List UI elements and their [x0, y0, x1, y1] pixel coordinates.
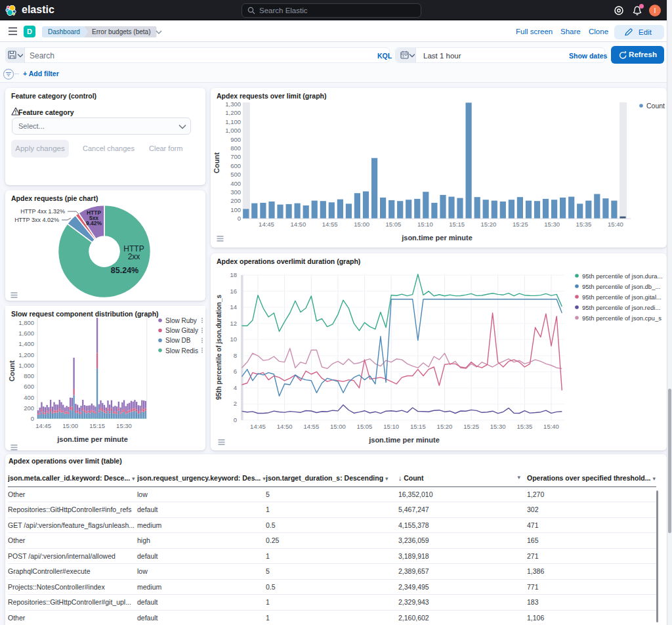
svg-text:18: 18 — [230, 271, 237, 278]
svg-text:Slow Redis: Slow Redis — [165, 347, 198, 355]
svg-text:json.time per minute: json.time per minute — [56, 435, 128, 443]
svg-text:100: 100 — [230, 206, 241, 213]
svg-text:1,800: 1,800 — [18, 319, 34, 326]
svg-text:95th percentile of json.dura..: 95th percentile of json.dura... — [582, 272, 663, 280]
svg-text:15:30: 15:30 — [116, 422, 132, 429]
svg-text:Count: Count — [213, 152, 220, 173]
svg-text:2xx: 2xx — [128, 252, 140, 261]
svg-text:15:25: 15:25 — [463, 423, 479, 430]
svg-text:15:00: 15:00 — [354, 221, 369, 228]
svg-text:500: 500 — [230, 171, 241, 178]
svg-text:800: 800 — [230, 144, 241, 152]
svg-text:15:15: 15:15 — [410, 423, 426, 430]
svg-text:14:45: 14:45 — [35, 422, 51, 429]
svg-text:15:15: 15:15 — [89, 422, 105, 429]
svg-text:1,000: 1,000 — [225, 127, 241, 134]
svg-text:400: 400 — [230, 180, 241, 187]
svg-text:95th percentile of json.db_...: 95th percentile of json.db_... — [582, 283, 660, 290]
svg-text:14:50: 14:50 — [277, 423, 293, 430]
svg-text:json.time per minute: json.time per minute — [368, 436, 440, 444]
svg-text:12: 12 — [230, 320, 237, 327]
svg-text:Count: Count — [8, 360, 16, 381]
svg-text:85.24%: 85.24% — [111, 266, 138, 275]
svg-text:700: 700 — [230, 153, 241, 160]
svg-text:9.42%: 9.42% — [86, 220, 102, 226]
svg-text:0: 0 — [234, 416, 237, 423]
svg-text:14:55: 14:55 — [303, 423, 319, 430]
svg-text:json.time per minute: json.time per minute — [401, 234, 472, 242]
svg-text:1,600: 1,600 — [18, 330, 34, 337]
svg-text:95th percentile of json.cpu_s: 95th percentile of json.cpu_s — [582, 314, 662, 322]
svg-text:15:00: 15:00 — [330, 423, 346, 430]
svg-text:6: 6 — [234, 368, 237, 375]
svg-text:HTTP 3xx 4.02%: HTTP 3xx 4.02% — [14, 217, 59, 223]
svg-text:15:40: 15:40 — [608, 221, 623, 228]
svg-text:4: 4 — [234, 384, 237, 391]
svg-text:16: 16 — [230, 288, 237, 295]
svg-text:HTTP 4xx 1.32%: HTTP 4xx 1.32% — [20, 208, 65, 215]
svg-text:0: 0 — [238, 215, 241, 222]
svg-text:15:35: 15:35 — [576, 221, 592, 228]
svg-text:200: 200 — [24, 404, 34, 412]
svg-text:8: 8 — [234, 352, 237, 359]
svg-text:14: 14 — [230, 303, 237, 311]
svg-text:15:10: 15:10 — [383, 423, 399, 430]
svg-text:15:05: 15:05 — [357, 423, 373, 430]
svg-text:Count: Count — [646, 102, 665, 110]
svg-text:15:20: 15:20 — [481, 221, 497, 228]
svg-text:95th percentile of json.gital.: 95th percentile of json.gital... — [582, 293, 662, 301]
svg-text:300: 300 — [230, 188, 241, 196]
svg-text:600: 600 — [24, 383, 34, 390]
svg-text:95th percentile of json.durati: 95th percentile of json.duration_s — [215, 295, 222, 400]
svg-text:0: 0 — [31, 415, 34, 422]
svg-text:1,200: 1,200 — [18, 351, 34, 358]
svg-text:10: 10 — [230, 335, 237, 343]
svg-text:15:25: 15:25 — [513, 221, 528, 228]
svg-text:15:40: 15:40 — [543, 423, 559, 430]
svg-text:15:35: 15:35 — [517, 423, 533, 430]
svg-text:1,400: 1,400 — [18, 340, 34, 347]
svg-text:14:45: 14:45 — [259, 221, 274, 228]
svg-text:1,000: 1,000 — [18, 362, 34, 369]
svg-text:15:20: 15:20 — [437, 423, 453, 430]
svg-text:14:55: 14:55 — [322, 221, 338, 228]
svg-text:15:05: 15:05 — [386, 221, 402, 228]
svg-text:95th percentile of json.redi..: 95th percentile of json.redi... — [582, 304, 660, 311]
svg-text:1,100: 1,100 — [225, 118, 241, 125]
svg-text:200: 200 — [230, 197, 241, 204]
svg-text:900: 900 — [230, 136, 241, 143]
svg-text:800: 800 — [24, 372, 34, 379]
svg-text:Slow Ruby: Slow Ruby — [165, 317, 197, 324]
svg-text:15:15: 15:15 — [449, 221, 465, 228]
svg-text:1,200: 1,200 — [225, 109, 241, 116]
svg-text:400: 400 — [24, 394, 34, 401]
svg-text:2: 2 — [234, 400, 237, 407]
svg-text:14:45: 14:45 — [250, 423, 266, 430]
svg-text:1,300: 1,300 — [225, 100, 241, 108]
svg-text:15:30: 15:30 — [490, 423, 506, 430]
svg-text:15:00: 15:00 — [62, 422, 78, 429]
svg-text:14:50: 14:50 — [290, 221, 306, 228]
svg-text:600: 600 — [230, 162, 241, 169]
svg-text:Slow DB: Slow DB — [165, 337, 191, 344]
svg-text:Slow Gitaly: Slow Gitaly — [165, 327, 198, 334]
svg-text:15:30: 15:30 — [544, 221, 560, 228]
svg-text:15:10: 15:10 — [417, 221, 433, 228]
